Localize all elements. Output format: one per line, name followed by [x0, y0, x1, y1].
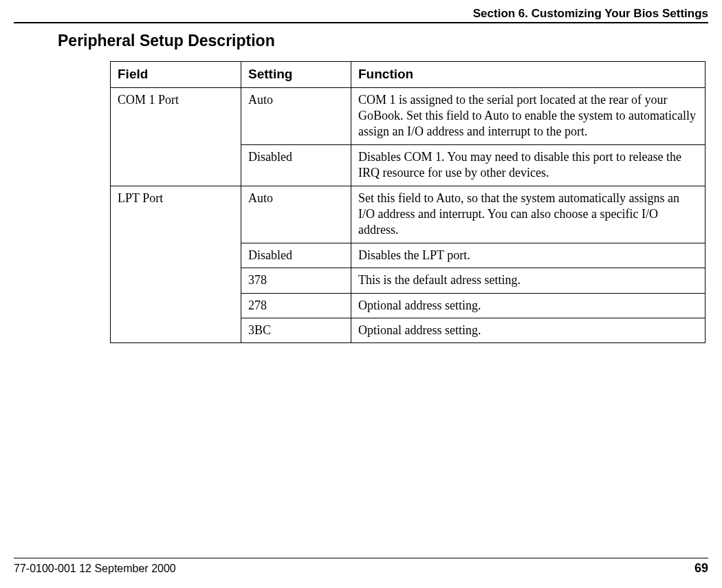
doc-id: 77-0100-001 12 September 2000 [14, 563, 176, 575]
cell-setting: Auto [241, 87, 351, 144]
cell-setting: Disabled [241, 243, 351, 268]
cell-function: Disables the LPT port. [351, 243, 705, 268]
cell-function: This is the default adress setting. [351, 268, 705, 293]
cell-function: Optional address setting. [351, 318, 705, 342]
cell-setting: 378 [241, 268, 351, 293]
bottom-rule [14, 558, 708, 558]
cell-field: LPT Port [111, 186, 241, 343]
cell-function: COM 1 is assigned to the serial port loc… [351, 87, 705, 144]
peripheral-setup-table: Field Setting Function COM 1 Port Auto C… [110, 61, 705, 343]
cell-setting: 3BC [241, 318, 351, 342]
col-field: Field [111, 62, 241, 88]
cell-setting: Disabled [241, 144, 351, 186]
cell-function: Set this field to Auto, so that the syst… [351, 186, 705, 243]
cell-field: COM 1 Port [111, 87, 241, 186]
page-title: Peripheral Setup Description [58, 32, 708, 50]
cell-function: Optional address setting. [351, 293, 705, 318]
cell-function: Disables COM 1. You may need to disable … [351, 144, 705, 186]
cell-setting: 278 [241, 293, 351, 318]
page-footer: 77-0100-001 12 September 2000 69 [14, 558, 708, 576]
cell-setting: Auto [241, 186, 351, 243]
table-row: COM 1 Port Auto COM 1 is assigned to the… [111, 87, 705, 144]
top-rule [14, 22, 708, 23]
col-function: Function [351, 62, 705, 88]
col-setting: Setting [241, 62, 351, 88]
page-number: 69 [694, 561, 708, 576]
table-header-row: Field Setting Function [111, 62, 705, 88]
table-row: LPT Port Auto Set this field to Auto, so… [111, 186, 705, 243]
section-header: Section 6. Customizing Your Bios Setting… [14, 7, 708, 22]
